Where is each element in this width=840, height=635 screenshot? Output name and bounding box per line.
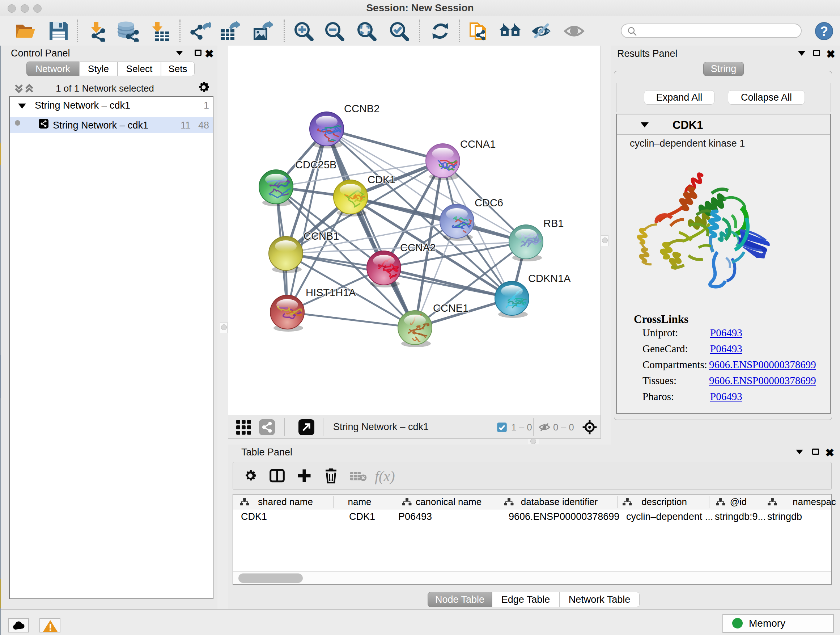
svg-text:RB1: RB1: [543, 218, 564, 229]
svg-text:CCNA1: CCNA1: [460, 138, 496, 150]
svg-text:CCNB2: CCNB2: [344, 103, 379, 114]
svg-text:?: ?: [820, 24, 828, 39]
svg-text:CCNE1: CCNE1: [433, 302, 469, 314]
svg-text:CDKN1A: CDKN1A: [528, 272, 571, 284]
svg-text:CCNB1: CCNB1: [303, 230, 339, 242]
svg-text:CDC6: CDC6: [475, 197, 503, 209]
svg-text:HIST1H1A: HIST1H1A: [306, 287, 356, 298]
svg-text:CCNA2: CCNA2: [400, 242, 436, 253]
svg-text:CDC25B: CDC25B: [295, 159, 336, 171]
svg-text:CDK1: CDK1: [368, 174, 395, 185]
